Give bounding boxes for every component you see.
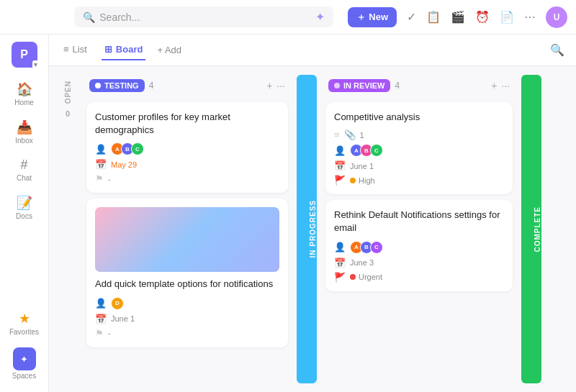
person-icon: 👤 xyxy=(95,298,107,309)
list-tab-label: List xyxy=(73,44,87,55)
main-layout: P ▾ 🏠 Home 📥 Inbox # Chat 📝 Docs ★ Favor… xyxy=(0,35,576,392)
sidebar-item-docs[interactable]: 📝 Docs xyxy=(4,190,45,225)
card-date-row: 📅 June 1 xyxy=(95,314,279,324)
spaces-icon: ✦ xyxy=(13,347,36,370)
sidebar-spaces-label: Spaces xyxy=(12,372,36,380)
card-priority-row: 🚩 Urgent xyxy=(334,272,504,283)
card-competitive-analysis[interactable]: Competitive analysis ≡ 📎 1 👤 A B xyxy=(325,102,513,194)
card-date-row: 📅 June 1 xyxy=(334,160,504,171)
new-plus-icon: ＋ xyxy=(356,11,366,24)
card-title: Add quick template options for notificat… xyxy=(95,278,279,291)
grid-icon[interactable]: ⋯ xyxy=(524,10,536,24)
in-progress-label: IN PROGRESS xyxy=(309,200,317,257)
add-view-button[interactable]: + Add xyxy=(157,45,181,55)
check-icon[interactable]: ✓ xyxy=(407,10,416,24)
avatar: C xyxy=(370,241,383,254)
attachment-count: 1 xyxy=(360,131,364,140)
sidebar-item-inbox[interactable]: 📥 Inbox xyxy=(4,114,45,150)
complete-label: COMPLETE xyxy=(534,206,541,252)
in-review-dot xyxy=(334,83,340,88)
alarm-icon[interactable]: ⏰ xyxy=(475,10,490,24)
avatar: D xyxy=(111,297,124,310)
docs-icon: 📝 xyxy=(17,195,32,211)
add-card-icon[interactable]: + xyxy=(491,80,497,91)
card-assignees-row: 👤 A B C xyxy=(334,241,504,254)
board-tab-label: Board xyxy=(116,44,143,55)
in-progress-strip: IN PROGRESS xyxy=(297,75,317,383)
in-review-col-actions[interactable]: + ··· xyxy=(491,80,510,91)
card-image-gradient xyxy=(95,207,279,272)
card-title: Rethink Default Notifications settings f… xyxy=(334,209,504,234)
tab-list[interactable]: ≡ List xyxy=(60,40,90,60)
card-assignees-row: 👤 A B C xyxy=(334,144,504,157)
menu-icon: ≡ xyxy=(334,129,340,140)
sidebar-favorites-label: Favorites xyxy=(9,328,39,336)
more-icon[interactable]: ··· xyxy=(276,80,285,91)
testing-count: 4 xyxy=(149,81,154,91)
content-area: ≡ List ⊞ Board + Add 🔍 OPEN 0 xyxy=(49,35,576,392)
user-avatar[interactable]: U xyxy=(546,6,567,28)
card-assignees-row: 👤 D xyxy=(95,297,279,310)
flag-icon: ⚑ xyxy=(95,328,104,339)
flag-icon: ⚑ xyxy=(95,173,104,184)
open-column: OPEN 0 xyxy=(58,75,78,383)
workspace-logo[interactable]: P ▾ xyxy=(12,42,37,68)
card-priority-row: ⚑ - xyxy=(95,328,279,339)
doc-icon[interactable]: 📋 xyxy=(426,10,441,24)
card-attachment-row: ≡ 📎 1 xyxy=(334,129,504,140)
magic-icon: ✦ xyxy=(315,10,325,24)
card-image xyxy=(95,207,279,272)
card-template-notifications[interactable]: Add quick template options for notificat… xyxy=(86,199,288,347)
home-icon: 🏠 xyxy=(17,81,32,97)
attachment-icon: 📎 xyxy=(344,129,356,140)
avatar: C xyxy=(131,142,144,155)
in-review-label: IN REVIEW xyxy=(343,81,384,90)
video-icon[interactable]: 🎬 xyxy=(451,10,465,24)
add-card-icon[interactable]: + xyxy=(266,80,272,91)
list-icon: ≡ xyxy=(63,44,69,55)
open-count: 0 xyxy=(66,109,70,118)
avatar-group: D xyxy=(111,297,124,310)
person-icon: 👤 xyxy=(95,144,107,155)
search-box[interactable]: 🔍 Search... ✦ xyxy=(74,6,333,27)
card-date: June 1 xyxy=(350,162,374,170)
testing-badge: TESTING xyxy=(89,79,145,92)
sidebar-item-chat[interactable]: # Chat xyxy=(4,152,45,187)
sidebar-item-spaces[interactable]: ✦ Spaces xyxy=(4,342,45,385)
more-icon[interactable]: ··· xyxy=(501,80,510,91)
search-subheader-icon[interactable]: 🔍 xyxy=(550,43,564,57)
flag-icon: 🚩 xyxy=(334,272,346,283)
priority-tag: Urgent xyxy=(350,273,382,281)
avatar-group: A B C xyxy=(350,241,383,254)
priority-tag: High xyxy=(350,176,375,185)
card-meta: ≡ 📎 1 👤 A B C xyxy=(334,129,504,186)
complete-strip: COMPLETE xyxy=(521,75,541,383)
testing-column: TESTING 4 + ··· Customer profiles for ke… xyxy=(86,75,288,383)
sub-header: ≡ List ⊞ Board + Add 🔍 xyxy=(49,35,576,66)
favorites-icon: ★ xyxy=(19,311,30,327)
card-date: June 3 xyxy=(350,258,374,267)
sidebar-item-favorites[interactable]: ★ Favorites xyxy=(4,306,45,341)
inbox-icon: 📥 xyxy=(17,119,32,135)
file-icon[interactable]: 📄 xyxy=(500,10,514,24)
sidebar-item-home[interactable]: 🏠 Home xyxy=(4,76,45,111)
card-default-notifications[interactable]: Rethink Default Notifications settings f… xyxy=(325,200,513,291)
testing-col-header: TESTING 4 + ··· xyxy=(86,75,288,96)
person-icon: 👤 xyxy=(334,145,346,156)
new-label: New xyxy=(369,12,388,22)
new-button[interactable]: ＋ New xyxy=(348,7,397,27)
card-priority-row: 🚩 High xyxy=(334,175,504,186)
priority-label: High xyxy=(359,176,375,185)
card-priority: - xyxy=(108,329,111,337)
card-assignees-row: 👤 A B C xyxy=(95,142,279,155)
board-area: OPEN 0 TESTING 4 + ··· xyxy=(49,66,576,392)
chat-icon: # xyxy=(20,158,27,173)
sidebar-chat-label: Chat xyxy=(17,174,32,182)
card-date: May 29 xyxy=(111,160,137,169)
in-review-badge: IN REVIEW xyxy=(328,79,390,92)
tab-board[interactable]: ⊞ Board xyxy=(102,40,146,60)
testing-col-actions[interactable]: + ··· xyxy=(266,80,285,91)
avatar-group: A B C xyxy=(111,142,144,155)
card-priority: - xyxy=(108,175,111,183)
card-customer-profiles[interactable]: Customer profiles for key market demogra… xyxy=(86,102,288,193)
